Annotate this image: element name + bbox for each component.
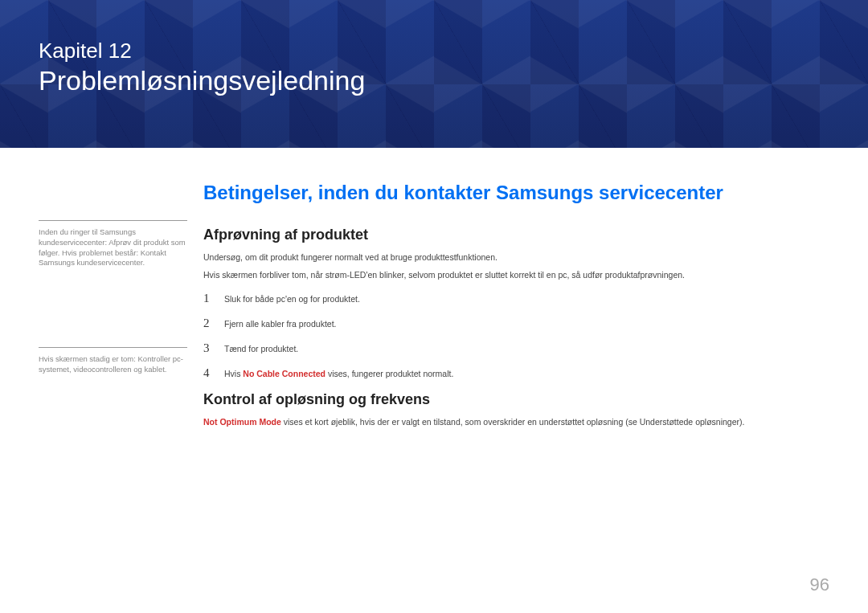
testing-para-2: Hvis skærmen forbliver tom, når strøm-LE…: [203, 269, 829, 282]
main-content: Betingelser, inden du kontakter Samsungs…: [203, 182, 829, 454]
step-text: Hvis No Cable Connected vises, fungerer …: [224, 368, 453, 380]
step4-suffix: vises, fungerer produktet normalt.: [326, 369, 453, 378]
side-notes-column: Inden du ringer til Samsungs kundeservic…: [39, 182, 187, 454]
chapter-header: Kapitel 12 Problemløsningsvejledning: [0, 0, 868, 148]
side-note-2: Hvis skærmen stadig er tom: Kontroller p…: [39, 347, 187, 380]
resolution-suffix: vises et kort øjeblik, hvis der er valgt…: [281, 417, 745, 427]
step-text: Fjern alle kabler fra produktet.: [224, 318, 336, 330]
resolution-para: Not Optimum Mode vises et kort øjeblik, …: [203, 416, 829, 429]
step-item-3: 3 Tænd for produktet.: [203, 341, 829, 355]
step-number: 2: [203, 317, 224, 330]
chapter-label: Kapitel 12: [39, 39, 868, 63]
step-list: 1 Sluk for både pc'en og for produktet. …: [203, 292, 829, 380]
step-item-4: 4 Hvis No Cable Connected vises, fungere…: [203, 366, 829, 380]
section-heading: Betingelser, inden du kontakter Samsungs…: [203, 182, 829, 204]
content-area: Inden du ringer til Samsungs kundeservic…: [0, 148, 868, 454]
step4-highlight: No Cable Connected: [243, 369, 326, 378]
testing-para-1: Undersøg, om dit produkt fungerer normal…: [203, 251, 829, 264]
subsection-testing-heading: Afprøvning af produktet: [203, 227, 829, 243]
step4-prefix: Hvis: [224, 369, 243, 378]
side-note-1: Inden du ringer til Samsungs kundeservic…: [39, 220, 187, 273]
step-number: 1: [203, 292, 224, 305]
subsection-resolution-heading: Kontrol af opløsning og frekvens: [203, 391, 829, 408]
chapter-title: Problemløsningsvejledning: [39, 65, 868, 96]
step-item-1: 1 Sluk for både pc'en og for produktet.: [203, 292, 829, 305]
step-item-2: 2 Fjern alle kabler fra produktet.: [203, 317, 829, 330]
step-text: Sluk for både pc'en og for produktet.: [224, 293, 360, 305]
step-text: Tænd for produktet.: [224, 343, 298, 355]
step-number: 4: [203, 366, 224, 380]
step-number: 3: [203, 341, 224, 355]
resolution-highlight: Not Optimum Mode: [203, 417, 281, 427]
page-number: 96: [810, 574, 829, 595]
